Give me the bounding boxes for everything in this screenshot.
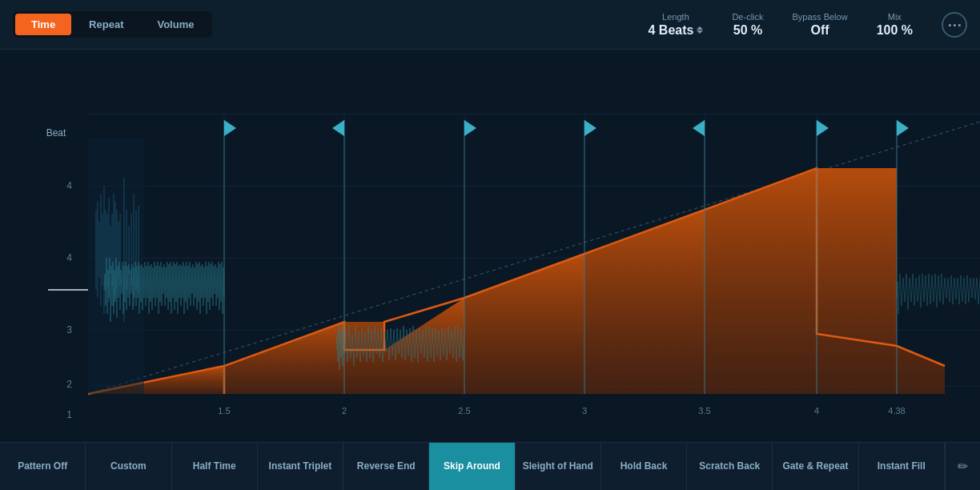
viz-area: 3 4 4 2 1 Beat 1.5 2 2.5 3 3.5 4 4.38: [0, 50, 980, 442]
svg-marker-68: [693, 120, 705, 136]
svg-text:1: 1: [66, 409, 72, 420]
svg-marker-30: [705, 168, 817, 394]
bypass-label: Bypass Below: [793, 12, 848, 22]
declick-control[interactable]: De-click 50 %: [732, 12, 763, 38]
svg-text:2: 2: [66, 379, 72, 390]
length-down-arrow[interactable]: [697, 30, 703, 34]
length-spinner[interactable]: [697, 26, 703, 34]
svg-marker-65: [332, 120, 344, 136]
mix-value: 100 %: [877, 23, 913, 38]
pattern-btn-half-time[interactable]: Half Time: [172, 443, 258, 490]
main-visualization: 3 4 4 2 1 Beat 1.5 2 2.5 3 3.5 4 4.38: [0, 50, 980, 442]
declick-label: De-click: [732, 12, 763, 22]
pattern-btn-hold-back[interactable]: Hold Back: [601, 443, 687, 490]
svg-text:3: 3: [66, 324, 72, 335]
pattern-btn-skip-around[interactable]: Skip Around: [429, 443, 515, 490]
svg-text:2: 2: [342, 406, 347, 416]
svg-marker-64: [224, 120, 236, 136]
pattern-btn-reverse-end[interactable]: Reverse End: [343, 443, 429, 490]
svg-text:4: 4: [66, 180, 72, 191]
pattern-btn-scratch-back[interactable]: Scratch Back: [687, 443, 773, 490]
pattern-btn-instant-triplet[interactable]: Instant Triplet: [258, 443, 343, 490]
more-button[interactable]: ⋯: [942, 12, 967, 38]
svg-text:4: 4: [66, 252, 72, 263]
svg-marker-67: [584, 120, 596, 136]
pattern-btn-custom[interactable]: Custom: [86, 443, 171, 490]
svg-marker-70: [897, 120, 909, 136]
svg-text:4.38: 4.38: [888, 406, 905, 416]
bypass-control[interactable]: Bypass Below Off: [793, 12, 848, 38]
tab-repeat[interactable]: Repeat: [73, 14, 139, 35]
length-label: Length: [662, 12, 689, 22]
svg-text:3: 3: [582, 406, 587, 416]
svg-text:4: 4: [814, 406, 819, 416]
tab-group: Time Repeat Volume: [13, 11, 212, 38]
app-container: Time Repeat Volume Length 4 Beats De-cli…: [0, 0, 980, 490]
pencil-button[interactable]: ✏: [945, 443, 980, 490]
svg-text:2.5: 2.5: [458, 406, 470, 416]
pattern-btn-pattern-off[interactable]: Pattern Off: [0, 443, 86, 490]
pattern-bar: Pattern Off Custom Half Time Instant Tri…: [0, 442, 980, 490]
svg-marker-29: [584, 210, 705, 394]
bypass-value: Off: [811, 23, 829, 38]
tab-volume[interactable]: Volume: [141, 14, 210, 35]
top-controls: Length 4 Beats De-click 50 % Bypass Belo…: [648, 12, 967, 38]
svg-text:1.5: 1.5: [218, 406, 230, 416]
pattern-btn-instant-fill[interactable]: Instant Fill: [859, 443, 945, 490]
top-bar: Time Repeat Volume Length 4 Beats De-cli…: [0, 0, 980, 50]
length-value: 4 Beats: [648, 23, 703, 38]
declick-value: 50 %: [733, 23, 762, 38]
svg-marker-26: [224, 322, 344, 394]
mix-label: Mix: [888, 12, 902, 22]
pattern-btn-sleight-of-hand[interactable]: Sleight of Hand: [516, 443, 601, 490]
length-control[interactable]: Length 4 Beats: [648, 12, 703, 38]
tab-time[interactable]: Time: [15, 14, 71, 35]
svg-marker-69: [817, 120, 829, 136]
svg-text:3.5: 3.5: [698, 406, 710, 416]
length-up-arrow[interactable]: [697, 26, 703, 30]
svg-marker-66: [464, 120, 476, 136]
pattern-btn-gate-repeat[interactable]: Gate & Repeat: [773, 443, 858, 490]
mix-control[interactable]: Mix 100 %: [877, 12, 913, 38]
svg-text:Beat: Beat: [46, 127, 66, 139]
